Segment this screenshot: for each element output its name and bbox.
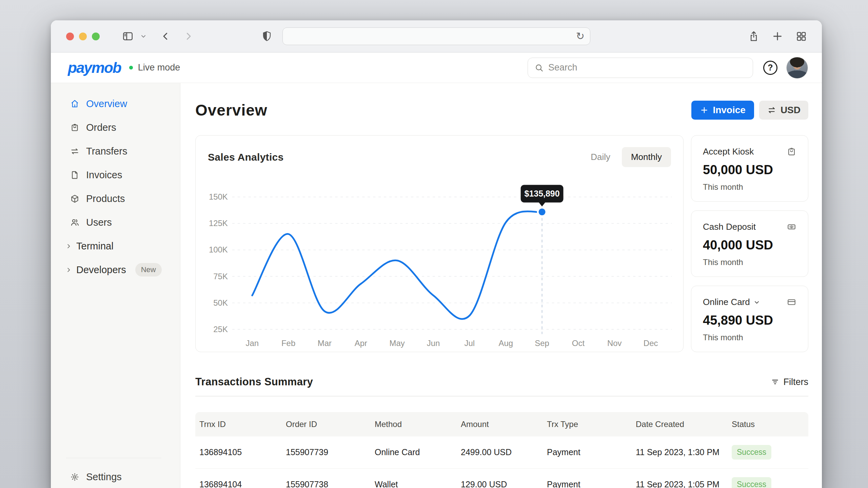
stat-card-period: This month xyxy=(703,182,796,192)
svg-text:Oct: Oct xyxy=(572,339,585,348)
users-icon xyxy=(70,218,79,227)
home-icon xyxy=(70,99,79,108)
sidebar-item-invoices[interactable]: Invoices xyxy=(51,163,180,187)
sales-line-chart[interactable]: 25K50K75K100K125K150KJanFebMarAprMayJunJ… xyxy=(196,176,683,352)
order-id-cell: 155907739 xyxy=(286,447,375,457)
column-header: Order ID xyxy=(286,420,375,429)
order-id-cell: 155907738 xyxy=(286,480,375,488)
svg-text:Nov: Nov xyxy=(607,339,622,348)
minimize-window-button[interactable] xyxy=(79,33,87,40)
window-controls xyxy=(66,33,100,40)
sidebar-item-label: Products xyxy=(86,193,125,204)
transactions-table: Trnx ID Order ID Method Amount Trx Type … xyxy=(195,412,808,488)
browser-toolbar: ↻ xyxy=(51,20,822,53)
sidebar: Overview Orders Transfers xyxy=(51,83,180,488)
sidebar-item-overview[interactable]: Overview xyxy=(51,92,180,116)
method-cell: Online Card xyxy=(375,447,461,457)
svg-text:25K: 25K xyxy=(213,325,228,334)
cash-deposit-card: Cash Deposit 40,000 USD This month xyxy=(691,210,808,277)
live-mode-dot xyxy=(129,66,133,69)
filters-button[interactable]: Filters xyxy=(771,377,809,387)
sales-analytics-card: Sales Analytics Daily Monthly 25K50K75K1… xyxy=(195,135,684,352)
stat-card-amount: 45,890 USD xyxy=(703,313,796,328)
new-tab-icon[interactable] xyxy=(772,30,783,42)
sidebar-group-developers[interactable]: Developers New xyxy=(51,258,180,282)
stat-card-title[interactable]: Online Card xyxy=(703,297,760,307)
column-header: Trx Type xyxy=(547,420,636,429)
summary-cards: Accept Kiosk 50,000 USD This month Cash … xyxy=(691,135,808,352)
sidebar-item-users[interactable]: Users xyxy=(51,210,180,234)
search-input[interactable] xyxy=(548,62,746,73)
sidebar-group-label: Terminal xyxy=(76,241,114,252)
status-badge: Success xyxy=(732,445,771,460)
sidebar-item-transfers[interactable]: Transfers xyxy=(51,139,180,163)
tab-overview-icon[interactable] xyxy=(795,30,807,42)
browser-window: ↻ paymob Live mode ? xyxy=(51,20,822,488)
paymob-app: paymob Live mode ? Overview xyxy=(51,53,822,488)
stat-card-amount: 50,000 USD xyxy=(703,163,796,177)
bag-icon xyxy=(70,123,79,132)
transfer-icon xyxy=(70,147,79,156)
column-header: Status xyxy=(732,420,808,429)
user-avatar[interactable] xyxy=(786,57,808,79)
toggle-monthly[interactable]: Monthly xyxy=(622,147,671,167)
svg-text:Mar: Mar xyxy=(318,339,332,348)
page-header: Overview Invoice USD xyxy=(195,101,808,120)
svg-text:100K: 100K xyxy=(209,245,228,254)
date-created-cell: 11 Sep 2023, 1:05 PM xyxy=(636,480,732,488)
reload-icon[interactable]: ↻ xyxy=(576,31,585,41)
chevron-right-icon xyxy=(65,243,72,249)
svg-text:Dec: Dec xyxy=(644,339,658,348)
privacy-shield-icon[interactable] xyxy=(262,30,272,42)
new-badge: New xyxy=(135,263,162,277)
plus-icon xyxy=(700,106,709,115)
table-body: 136894105 155907739 Online Card 2499.00 … xyxy=(195,436,808,488)
period-toggle: Daily Monthly xyxy=(591,147,671,167)
accept-kiosk-card: Accept Kiosk 50,000 USD This month xyxy=(691,135,808,202)
sidebar-bottom: Settings xyxy=(51,458,180,488)
sales-chart-container: 25K50K75K100K125K150KJanFebMarAprMayJunJ… xyxy=(196,176,683,352)
invoice-button[interactable]: Invoice xyxy=(691,101,754,120)
back-button[interactable] xyxy=(160,31,171,41)
chevron-down-icon xyxy=(753,299,760,306)
main-content: Overview Invoice USD xyxy=(180,83,822,488)
document-icon xyxy=(70,170,79,180)
table-row[interactable]: 136894105 155907739 Online Card 2499.00 … xyxy=(195,436,808,469)
column-header: Trnx ID xyxy=(199,420,286,429)
sidebar-item-products[interactable]: Products xyxy=(51,187,180,210)
sidebar-toggle-icon[interactable] xyxy=(122,30,134,42)
sidebar-divider xyxy=(66,458,161,459)
sidebar-group-terminal[interactable]: Terminal xyxy=(51,234,180,258)
credit-card-icon xyxy=(787,297,796,307)
paymob-logo[interactable]: paymob xyxy=(68,59,121,76)
amount-cell: 2499.00 USD xyxy=(461,447,547,457)
tab-group-chevron-icon[interactable] xyxy=(140,33,147,40)
online-card-card: Online Card 45,890 USD This xyxy=(691,286,808,352)
amount-cell: 129.00 USD xyxy=(461,480,547,488)
table-row[interactable]: 136894104 155907738 Wallet 129.00 USD Pa… xyxy=(195,469,808,488)
share-icon[interactable] xyxy=(748,30,760,42)
svg-text:$135,890: $135,890 xyxy=(525,189,560,198)
page-title: Overview xyxy=(195,101,268,119)
sidebar-item-label: Users xyxy=(86,217,112,228)
trnx-id-cell: 136894104 xyxy=(199,480,286,488)
sidebar-item-label: Settings xyxy=(86,471,122,483)
address-bar[interactable]: ↻ xyxy=(282,27,590,45)
date-created-cell: 11 Sep 2023, 1:30 PM xyxy=(636,447,732,457)
global-search[interactable] xyxy=(528,58,753,78)
sidebar-item-label: Overview xyxy=(86,98,127,109)
sidebar-item-settings[interactable]: Settings xyxy=(51,465,180,488)
live-mode-label: Live mode xyxy=(138,62,180,73)
svg-text:150K: 150K xyxy=(209,192,228,201)
stat-card-title: Accept Kiosk xyxy=(703,146,754,157)
sidebar-item-orders[interactable]: Orders xyxy=(51,116,180,139)
svg-text:125K: 125K xyxy=(209,219,228,228)
toggle-daily[interactable]: Daily xyxy=(591,152,610,162)
close-window-button[interactable] xyxy=(66,33,74,40)
zoom-window-button[interactable] xyxy=(92,33,100,40)
trx-type-cell: Payment xyxy=(547,447,636,457)
svg-text:Feb: Feb xyxy=(281,339,295,348)
currency-button[interactable]: USD xyxy=(759,101,808,120)
help-icon[interactable]: ? xyxy=(763,61,777,75)
svg-text:Aug: Aug xyxy=(498,339,513,348)
